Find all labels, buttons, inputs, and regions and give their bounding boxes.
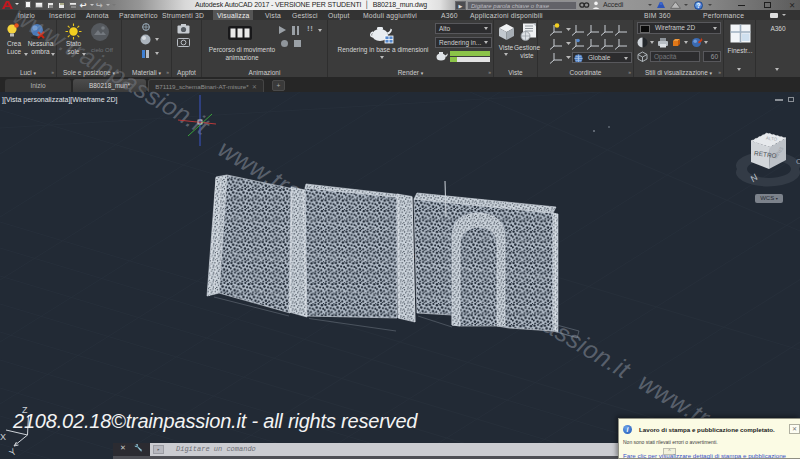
svg-text:Y: Y (7, 447, 18, 459)
svg-text:X: X (0, 432, 6, 442)
svg-text:O: O (796, 157, 800, 166)
